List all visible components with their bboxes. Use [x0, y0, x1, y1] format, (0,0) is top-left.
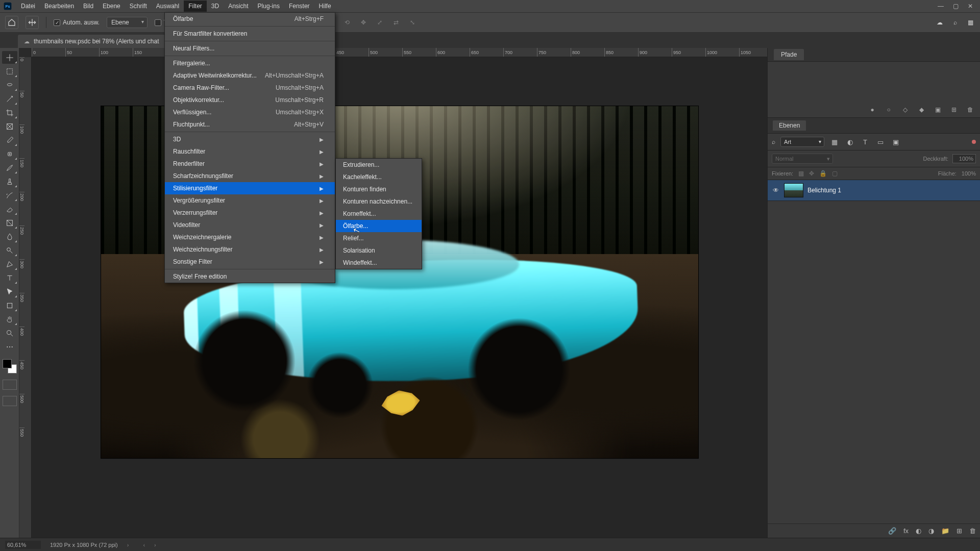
opacity-input[interactable]: 100%	[952, 154, 976, 163]
cloud-docs-icon[interactable]: ☁	[935, 18, 944, 27]
menu-fenster[interactable]: Fenster	[284, 1, 314, 12]
filter-smart-icon[interactable]: ▣	[891, 137, 901, 146]
minimize-icon[interactable]: —	[938, 3, 944, 10]
submenu-item[interactable]: Extrudieren...	[336, 159, 422, 171]
3d-slide-icon[interactable]: ⇄	[391, 18, 401, 27]
3d-pan-icon[interactable]: ✥	[359, 18, 368, 27]
menu-hilfe[interactable]: Hilfe	[314, 1, 336, 12]
lock-all-icon[interactable]: 🔒	[819, 170, 827, 177]
marquee-tool[interactable]	[2, 65, 17, 78]
delete-path-icon[interactable]: 🗑	[966, 105, 975, 114]
ruler-vertical[interactable]: 050100150200250300350400450500550	[19, 57, 32, 538]
menu-filter[interactable]: Filter	[184, 1, 207, 12]
group-icon[interactable]: 📁	[941, 527, 949, 535]
menu-item[interactable]: Vergrößerungsfilter▶	[165, 194, 335, 207]
close-icon[interactable]: ✕	[968, 3, 973, 10]
submenu-item[interactable]: Konturen nachzeichnen...	[336, 195, 422, 208]
menu-item[interactable]: Sonstige Filter▶	[165, 256, 335, 268]
gradient-tool[interactable]	[2, 216, 17, 229]
layer-row[interactable]: 👁 Belichtung 1	[768, 180, 980, 201]
doc-info[interactable]: 1920 Px x 1080 Px (72 ppi)	[50, 542, 118, 548]
document-tab-1[interactable]: ☁ thumbnails new.psdc bei 78% (Alerts un…	[18, 35, 165, 48]
menu-ebene[interactable]: Ebene	[98, 1, 125, 12]
blur-tool[interactable]	[2, 230, 17, 243]
menu-item[interactable]: Verflüssigen...Umschalt+Strg+X	[165, 106, 335, 118]
submenu-item[interactable]: Konturen finden	[336, 183, 422, 195]
path-stroke-icon[interactable]: ○	[884, 105, 893, 114]
auto-select-target[interactable]: Ebene	[107, 17, 148, 28]
menu-plugins[interactable]: Plug-ins	[253, 1, 284, 12]
new-path-icon[interactable]: ⊞	[949, 105, 959, 114]
filter-adjust-icon[interactable]: ◐	[845, 137, 855, 146]
menu-item[interactable]: Filtergalerie...	[165, 57, 335, 69]
ruler-horizontal[interactable]: 0501001502002503003504004505005506006507…	[32, 48, 767, 57]
dodge-tool[interactable]	[2, 244, 17, 257]
menu-bild[interactable]: Bild	[79, 1, 98, 12]
layer-visibility-icon[interactable]: 👁	[772, 187, 780, 194]
timeline-prev-icon[interactable]: ‹	[143, 542, 145, 548]
lasso-tool[interactable]	[2, 79, 17, 91]
menu-item[interactable]: ÖlfarbeAlt+Strg+F	[165, 13, 335, 25]
color-swatches[interactable]	[3, 359, 17, 373]
submenu-item[interactable]: Korneffekt...	[336, 208, 422, 220]
edit-toolbar-icon[interactable]: ⋯	[2, 340, 17, 353]
lock-pixels-icon[interactable]: ▩	[798, 170, 804, 177]
move-tool-indicator-icon[interactable]	[26, 16, 39, 29]
fill-input[interactable]: 100%	[962, 170, 976, 177]
filter-search-icon[interactable]: ⌕	[772, 138, 775, 145]
submenu-item[interactable]: Ölfarbe...	[336, 220, 422, 232]
menu-item[interactable]: Fluchtpunkt...Alt+Strg+V	[165, 118, 335, 131]
layer-thumb[interactable]	[784, 183, 803, 197]
layer-filter-kind[interactable]: Art	[780, 137, 824, 147]
screenmode-icon[interactable]	[3, 396, 17, 406]
menu-item[interactable]: Renderfilter▶	[165, 158, 335, 170]
menu-item[interactable]: Weichzeichnergalerie▶	[165, 231, 335, 243]
blend-mode-select[interactable]: Normal	[772, 154, 833, 164]
wand-tool[interactable]	[2, 92, 17, 105]
maximize-icon[interactable]: ▢	[953, 3, 959, 10]
workspace-icon[interactable]: ▦	[966, 18, 975, 27]
menu-3d[interactable]: 3D	[207, 1, 224, 12]
auto-select-checkbox[interactable]: Autom. ausw.	[54, 19, 100, 26]
menu-item[interactable]: Adaptive Weitwinkelkorrektur...Alt+Umsch…	[165, 69, 335, 82]
panel-tab-ebenen[interactable]: Ebenen	[768, 118, 980, 134]
timeline-next-icon[interactable]: ›	[154, 542, 156, 548]
menu-schrift[interactable]: Schrift	[125, 1, 152, 12]
brush-tool[interactable]	[2, 161, 17, 174]
menu-item[interactable]: Für Smartfilter konvertieren	[165, 28, 335, 40]
new-layer-icon[interactable]: ⊞	[957, 527, 962, 535]
path-fill-icon[interactable]: ●	[868, 105, 877, 114]
path-selection-icon[interactable]: ◇	[900, 105, 910, 114]
menu-item[interactable]: 3D▶	[165, 133, 335, 145]
move-tool[interactable]	[2, 51, 17, 64]
submenu-item[interactable]: Windeffekt...	[336, 257, 422, 269]
menu-item[interactable]: Rauschfilter▶	[165, 145, 335, 158]
filter-toggle-icon[interactable]	[972, 140, 976, 144]
menu-item[interactable]: Stilisierungsfilter▶	[165, 182, 335, 194]
menu-auswahl[interactable]: Auswahl	[152, 1, 184, 12]
filter-type-icon[interactable]: T	[860, 137, 870, 146]
filter-pixel-icon[interactable]: ▦	[829, 137, 840, 146]
zoom-tool[interactable]	[2, 327, 17, 339]
shape-tool[interactable]	[2, 299, 17, 312]
layer-mask-icon[interactable]: ◐	[916, 527, 921, 535]
doc-info-arrow-icon[interactable]: ›	[127, 542, 129, 548]
lock-position-icon[interactable]: ✥	[809, 170, 814, 177]
lock-artboard-icon[interactable]: ▢	[832, 170, 838, 177]
adjustment-layer-icon[interactable]: ◑	[928, 527, 934, 535]
stamp-tool[interactable]	[2, 175, 17, 188]
menu-item[interactable]: Neural Filters...	[165, 42, 335, 55]
layer-fx-icon[interactable]: fx	[903, 527, 909, 535]
menu-bearbeiten[interactable]: Bearbeiten	[40, 1, 79, 12]
menu-item[interactable]: Camera Raw-Filter...Umschalt+Strg+A	[165, 82, 335, 94]
frame-tool[interactable]	[2, 120, 17, 133]
search-icon[interactable]: ⌕	[950, 18, 960, 27]
menu-item[interactable]: Scharfzeichnungsfilter▶	[165, 170, 335, 182]
3d-orbit-icon[interactable]: ⟲	[342, 18, 352, 27]
path-to-shape-icon[interactable]: ◆	[917, 105, 926, 114]
menu-item[interactable]: Stylize! Free edition	[165, 270, 335, 283]
menu-item[interactable]: Weichzeichnungsfilter▶	[165, 243, 335, 256]
quickmask-icon[interactable]	[3, 380, 17, 390]
path-select-tool[interactable]	[2, 285, 17, 298]
pen-tool[interactable]	[2, 258, 17, 270]
